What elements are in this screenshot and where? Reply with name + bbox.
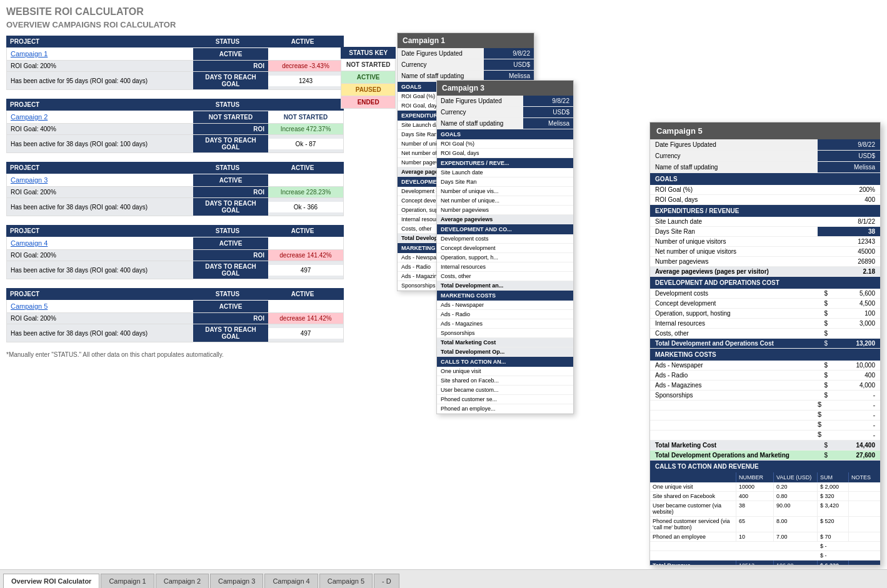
calls-table-header: NUMBER VALUE (USD) SUM NOTES: [650, 472, 880, 482]
project-label: PROJECT: [10, 38, 190, 45]
campaign1-card-title: Campaign 1: [398, 33, 534, 48]
roi-row-2: ROI Goal: 400% ROI Increase 472.37%: [6, 124, 344, 135]
days-label-2: Has been active for 38 days (ROI goal: 1…: [7, 139, 193, 149]
tab-extra[interactable]: - D: [374, 574, 399, 588]
campaign-status-value-2: NOT STARTED: [268, 111, 343, 123]
roi-row-3: ROI Goal: 200% ROI Increase 228.23%: [6, 187, 344, 198]
calls-row-5: Phoned an employee 10 7.00 $ 70: [650, 532, 880, 542]
status-key-panel: STATUS KEY NOT STARTED ACTIVE PAUSED END…: [341, 47, 396, 109]
roi-value-3: Increase 228.23%: [268, 187, 343, 197]
tab-campaign2[interactable]: Campaign 2: [156, 574, 209, 588]
tab-bar: Overview ROI Calculator Campaign 1 Campa…: [0, 569, 887, 588]
tab-campaign3[interactable]: Campaign 3: [210, 574, 263, 588]
project-header-1: PROJECT STATUS ACTIVE: [6, 36, 344, 47]
calls-row-1: One unique visit 10000 0.20 $ 2,000: [650, 482, 880, 492]
project-label-2: PROJECT: [10, 101, 190, 108]
campaign-block-2: PROJECT STATUS Campaign 2 NOT STARTED NO…: [6, 99, 344, 153]
campaign-block-5: PROJECT STATUS ACTIVE Campaign 5 ACTIVE …: [6, 288, 344, 342]
roi-status-1: ROI: [193, 61, 268, 71]
tab-campaign1[interactable]: Campaign 1: [101, 574, 154, 588]
calls-row-2: Site shared on Facebook 400 0.80 $ 320: [650, 492, 880, 501]
tab-overview[interactable]: Overview ROI Calculator: [3, 574, 99, 588]
campaign-status-3: ACTIVE: [193, 174, 268, 186]
campaign-status-value-3: [268, 177, 343, 182]
days-row-2: Has been active for 38 days (ROI goal: 1…: [6, 135, 344, 153]
status-key-header: STATUS KEY: [341, 47, 396, 59]
days-status-1: DAYS TO REACH GOAL: [193, 72, 268, 89]
campaign-name-3[interactable]: Campaign 3: [7, 174, 193, 186]
status-not-started: NOT STARTED: [341, 59, 396, 71]
campaign-status-4: ACTIVE: [193, 237, 268, 249]
value-col-header: ACTIVE: [265, 38, 340, 45]
campaign5-detail-card[interactable]: Campaign 5 Date Figures Updated 9/8/22 C…: [649, 122, 881, 566]
campaign-name-4[interactable]: Campaign 4: [7, 237, 193, 249]
days-value-2: Ok - 87: [268, 139, 343, 149]
campaign-block-4: PROJECT STATUS ACTIVE Campaign 4 ACTIVE …: [6, 225, 344, 279]
app-title: WEBSITE ROI CALCULATOR: [6, 6, 344, 17]
calls-row-4: Phoned customer serviced (via 'call me' …: [650, 517, 880, 532]
campaign-row-3[interactable]: Campaign 3 ACTIVE: [6, 174, 344, 187]
status-active: ACTIVE: [341, 71, 396, 84]
note: *Manually enter "STATUS." All other data…: [6, 351, 344, 358]
campaign3-card: Campaign 3 Date Figures Updated 9/8/22 C…: [436, 80, 574, 414]
roi-value-1: decrease -3.43%: [268, 61, 343, 71]
campaign-status-2: NOT STARTED: [193, 111, 268, 123]
status-paused: PAUSED: [341, 84, 396, 96]
project-header-2: PROJECT STATUS: [6, 99, 344, 111]
campaign3-card-title: Campaign 3: [437, 81, 573, 96]
tab-campaign4[interactable]: Campaign 4: [264, 574, 318, 588]
roi-row-1: ROI Goal: 200% ROI decrease -3.43%: [6, 61, 344, 72]
campaign-row-2[interactable]: Campaign 2 NOT STARTED NOT STARTED: [6, 111, 344, 124]
days-label-1: Has been active for 95 days (ROI goal: 4…: [7, 76, 193, 86]
days-row-1: Has been active for 95 days (ROI goal: 4…: [6, 72, 344, 90]
campaign-status-1: ACTIVE: [193, 48, 268, 60]
campaign-row-1[interactable]: Campaign 1 ACTIVE: [6, 47, 344, 61]
roi-label-1: ROI Goal: 200%: [7, 61, 193, 71]
status-col-header-2: STATUS: [190, 101, 265, 108]
campaign-block-3: PROJECT STATUS ACTIVE Campaign 3 ACTIVE …: [6, 162, 344, 216]
campaign-name-1[interactable]: Campaign 1: [7, 47, 193, 60]
campaign-name-2[interactable]: Campaign 2: [7, 111, 193, 123]
campaign-status-value-1: [268, 51, 343, 56]
project-header-3: PROJECT STATUS ACTIVE: [6, 162, 344, 174]
section-title: OVERVIEW CAMPAIGNS ROI CALCULATOR: [6, 20, 344, 29]
campaign-name-5[interactable]: Campaign 5: [7, 300, 193, 312]
roi-label-2: ROI Goal: 400%: [7, 124, 193, 134]
campaign-row-4[interactable]: Campaign 4 ACTIVE: [6, 237, 344, 250]
days-value-1: 1243: [268, 76, 343, 86]
campaign-block-1: PROJECT STATUS ACTIVE Campaign 1 ACTIVE …: [6, 36, 344, 90]
status-ended: ENDED: [341, 96, 396, 109]
campaign-status-5: ACTIVE: [193, 301, 268, 312]
calls-total-row: Total Revenue 10513 106.00 $ 6,330: [650, 561, 880, 566]
roi-status-2: ROI: [193, 124, 268, 134]
days-status-2: DAYS TO REACH GOAL: [193, 135, 268, 152]
days-row-3: Has been active for 38 days (ROI goal: 4…: [6, 198, 344, 216]
campaign-row-5[interactable]: Campaign 5 ACTIVE: [6, 300, 344, 313]
roi-value-2: Increase 472.37%: [268, 124, 343, 134]
calls-row-3: User became customer (via website) 38 90…: [650, 501, 880, 517]
status-col-header: STATUS: [190, 38, 265, 45]
tab-campaign5[interactable]: Campaign 5: [319, 574, 373, 588]
campaign5-title: Campaign 5: [650, 122, 880, 139]
